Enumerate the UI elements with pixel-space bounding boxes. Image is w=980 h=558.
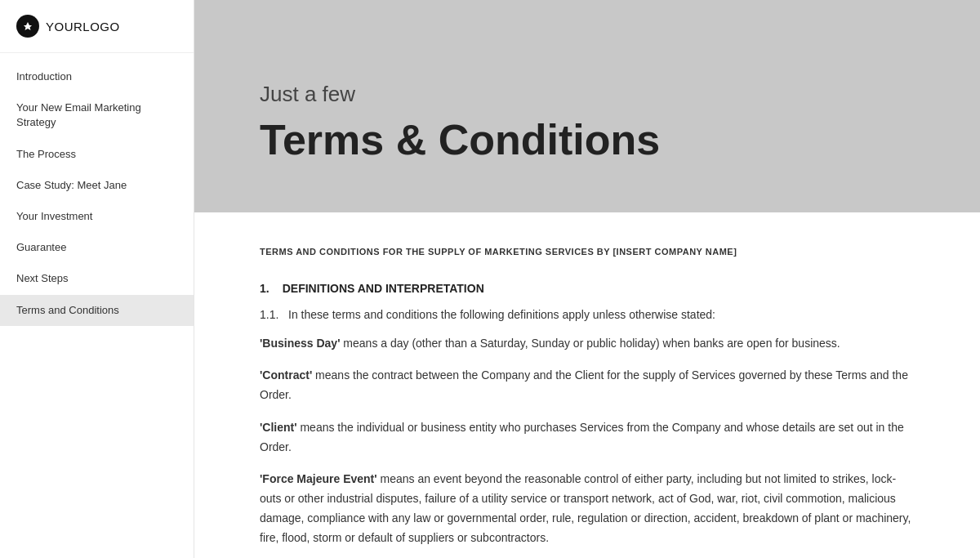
hero-section: Just a few Terms & Conditions	[194, 0, 980, 212]
definition-term: 'Contract' means the contract between th…	[260, 366, 915, 405]
body-content: TERMS AND CONDITIONS FOR THE SUPPLY OF M…	[194, 212, 980, 558]
logo-icon	[16, 15, 39, 38]
terms-list: 'Business Day' means a day (other than a…	[260, 334, 915, 548]
sidebar-item-next-steps[interactable]: Next Steps	[0, 263, 194, 294]
definitions-section: 1. DEFINITIONS AND INTERPRETATION 1.1. I…	[260, 282, 915, 548]
sidebar-item-the-process[interactable]: The Process	[0, 139, 194, 170]
definition-term: 'Client' means the individual or busines…	[260, 418, 915, 458]
logo-area: YOURLOGO	[0, 0, 194, 53]
sidebar-item-guarantee[interactable]: Guarantee	[0, 232, 194, 263]
sidebar-item-email-marketing-strategy[interactable]: Your New Email Marketing Strategy	[0, 92, 194, 138]
sub-intro: 1.1. In these terms and conditions the f…	[260, 308, 915, 321]
terms-section-heading: TERMS AND CONDITIONS FOR THE SUPPLY OF M…	[260, 245, 915, 259]
sidebar-item-your-investment[interactable]: Your Investment	[0, 201, 194, 232]
logo-text: YOURLOGO	[46, 20, 120, 33]
hero-title: Terms & Conditions	[260, 117, 915, 163]
main-content: Just a few Terms & Conditions TERMS AND …	[194, 0, 980, 558]
definitions-number: 1.	[260, 282, 270, 295]
definitions-title: DEFINITIONS AND INTERPRETATION	[283, 282, 484, 295]
sidebar: YOURLOGO IntroductionYour New Email Mark…	[0, 0, 194, 558]
hero-subtitle: Just a few	[260, 82, 915, 107]
definitions-title-row: 1. DEFINITIONS AND INTERPRETATION	[260, 282, 915, 295]
sidebar-item-introduction[interactable]: Introduction	[0, 61, 194, 92]
sidebar-item-case-study-meet-jane[interactable]: Case Study: Meet Jane	[0, 170, 194, 201]
sidebar-item-terms-and-conditions[interactable]: Terms and Conditions	[0, 295, 194, 326]
definition-term: 'Force Majeure Event' means an event bey…	[260, 470, 915, 547]
definition-term: 'Business Day' means a day (other than a…	[260, 334, 915, 354]
sidebar-navigation: IntroductionYour New Email Marketing Str…	[0, 53, 194, 334]
